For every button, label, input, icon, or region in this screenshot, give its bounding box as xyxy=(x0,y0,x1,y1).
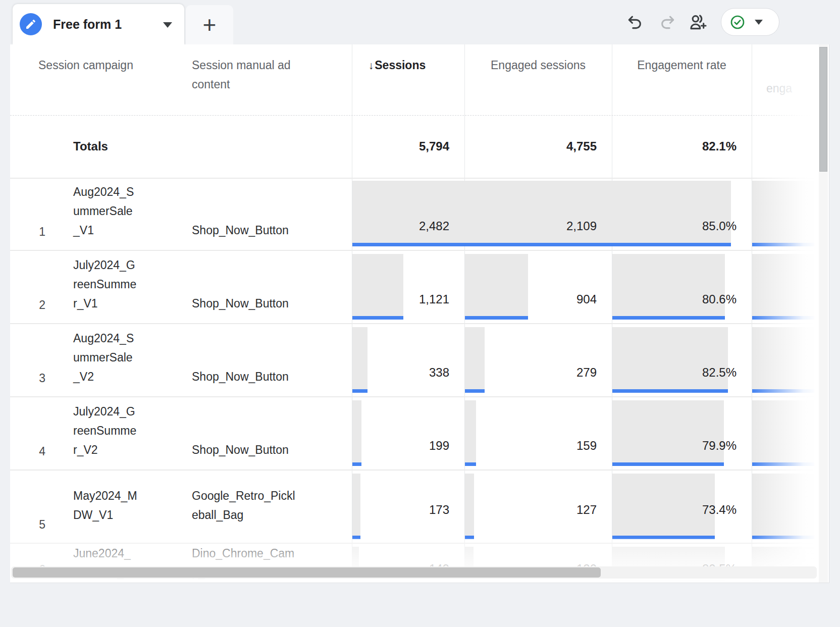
cell-ad-content: Shop_Now_Button xyxy=(192,367,299,386)
column-header-sessions[interactable]: ↓Sessions xyxy=(352,56,464,75)
undo-arrow-icon xyxy=(626,13,644,31)
person-add-icon xyxy=(688,12,708,32)
engaged-sessions-bar xyxy=(465,400,476,466)
toolbar xyxy=(0,0,840,44)
apply-status-button[interactable] xyxy=(721,8,779,36)
engaged-sessions-bar xyxy=(465,327,485,393)
cell-engagement-rate: 82.5% xyxy=(612,327,752,393)
row-index: 1 xyxy=(10,225,45,239)
table-row[interactable]: 2 July2024_GreenSummer_V1 Shop_Now_Butto… xyxy=(10,251,818,324)
engagement-rate-bar xyxy=(612,181,731,246)
cell-sessions: 2,482 xyxy=(352,181,464,246)
engaged-sessions-bar xyxy=(465,254,528,320)
column-header-ad-content[interactable]: Session manual ad content xyxy=(192,56,310,94)
redo-arrow-icon xyxy=(658,13,676,31)
undo-button[interactable] xyxy=(624,11,646,33)
ga4-exploration-view: Free form 1 + xyxy=(0,0,840,627)
cell-engaged-sessions: 127 xyxy=(464,474,612,539)
engagement-rate-bar xyxy=(612,327,728,393)
engagement-rate-bar xyxy=(612,400,724,466)
table-header-row: Session campaign Session manual ad conte… xyxy=(10,44,818,116)
cell-engaged-sessions: 904 xyxy=(464,254,612,320)
cell-sessions: 199 xyxy=(352,400,464,466)
cell-sessions: 1,121 xyxy=(352,254,464,320)
row-index: 2 xyxy=(10,298,45,312)
totals-sessions: 5,794 xyxy=(352,115,464,178)
table-row[interactable]: 1 Aug2024_SummerSale_V1 Shop_Now_Button … xyxy=(10,178,818,251)
column-header-session-campaign[interactable]: Session campaign xyxy=(38,56,133,75)
cell-session-campaign: Aug2024_SummerSale_V1 xyxy=(73,182,138,240)
sessions-bar xyxy=(352,181,465,246)
row-index: 4 xyxy=(10,445,45,458)
freeform-table: Session campaign Session manual ad conte… xyxy=(10,44,829,583)
table-body: 1 Aug2024_SummerSale_V1 Shop_Now_Button … xyxy=(10,178,818,583)
apply-menu-caret-icon[interactable] xyxy=(755,20,763,25)
table-row[interactable]: 5 May2024_MDW_V1 Google_Retro_Pickleball… xyxy=(10,471,818,544)
row-index: 5 xyxy=(10,518,45,532)
cell-ad-content: Shop_Now_Button xyxy=(192,440,299,459)
cell-session-campaign: July2024_GreenSummer_V2 xyxy=(73,402,138,459)
vertical-scrollbar-thumb[interactable] xyxy=(819,47,827,172)
share-exploration-button[interactable] xyxy=(687,11,709,33)
cell-ad-content: Google_Retro_Pickleball_Bag xyxy=(192,486,299,525)
cell-ad-content: Shop_Now_Button xyxy=(192,294,299,313)
row-index: 3 xyxy=(10,372,45,385)
totals-label: Totals xyxy=(73,115,108,178)
cell-session-campaign: Aug2024_SummerSale_V2 xyxy=(73,329,138,386)
totals-engaged-sessions: 4,755 xyxy=(464,115,612,178)
column-header-engagement-rate[interactable]: Engagement rate xyxy=(612,56,752,75)
cell-sessions: 338 xyxy=(352,327,464,393)
cell-sessions: 173 xyxy=(352,474,464,539)
vertical-scrollbar[interactable] xyxy=(819,44,828,583)
sessions-bar xyxy=(352,327,368,393)
cell-session-campaign: May2024_MDW_V1 xyxy=(73,486,138,525)
engagement-rate-bar xyxy=(612,254,725,320)
cell-session-campaign: July2024_GreenSummer_V1 xyxy=(73,255,138,313)
check-circle-icon xyxy=(729,14,746,30)
redo-button[interactable] xyxy=(656,11,678,33)
sort-descending-icon: ↓ xyxy=(369,60,374,71)
right-scroll-fade xyxy=(752,44,818,583)
cell-engaged-sessions: 279 xyxy=(464,327,612,393)
horizontal-scrollbar-thumb[interactable] xyxy=(13,567,601,578)
column-header-engaged-sessions[interactable]: Engaged sessions xyxy=(464,56,612,75)
cell-engagement-rate: 80.6% xyxy=(612,254,752,320)
table-row[interactable]: 4 July2024_GreenSummer_V2 Shop_Now_Butto… xyxy=(10,397,818,471)
totals-row: Totals 5,794 4,755 82.1% xyxy=(10,115,818,179)
sessions-bar xyxy=(352,254,403,320)
engaged-sessions-bar xyxy=(465,181,612,246)
sessions-bar xyxy=(352,474,360,539)
cell-engagement-rate: 73.4% xyxy=(612,474,752,539)
table-row[interactable]: 3 Aug2024_SummerSale_V2 Shop_Now_Button … xyxy=(10,324,818,397)
cell-engaged-sessions: 159 xyxy=(464,400,612,466)
totals-engagement-rate: 82.1% xyxy=(612,115,752,178)
engaged-sessions-bar xyxy=(465,474,474,539)
cell-engagement-rate: 85.0% xyxy=(612,181,752,246)
horizontal-scrollbar[interactable] xyxy=(11,566,817,579)
cell-engagement-rate: 79.9% xyxy=(612,400,752,466)
tab-bar: Free form 1 + xyxy=(0,0,840,44)
engagement-rate-bar xyxy=(612,474,715,539)
cell-engaged-sessions: 2,109 xyxy=(464,181,612,246)
cell-ad-content: Shop_Now_Button xyxy=(192,221,299,240)
sessions-bar xyxy=(352,400,361,466)
